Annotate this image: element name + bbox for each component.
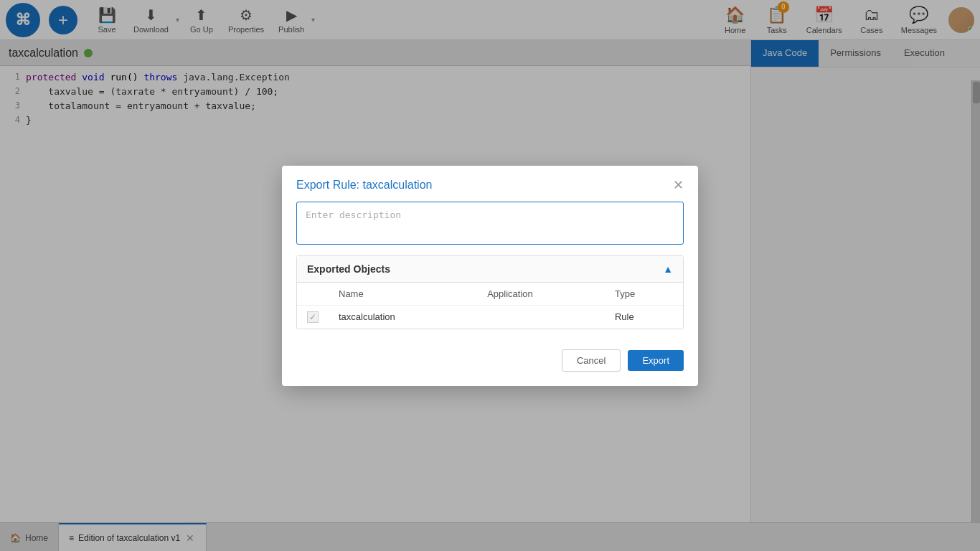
- export-modal: Export Rule: taxcalculation ✕ Exported O…: [282, 166, 698, 386]
- modal-footer: Cancel Export: [282, 341, 698, 386]
- row-checkbox[interactable]: ✓: [307, 311, 319, 323]
- cancel-button[interactable]: Cancel: [562, 349, 621, 372]
- col-application-header: Application: [477, 283, 605, 306]
- modal-body: Exported Objects ▲ Name Application Type: [282, 202, 698, 341]
- export-button[interactable]: Export: [628, 350, 684, 371]
- check-icon: ✓: [309, 312, 316, 322]
- modal-close-button[interactable]: ✕: [673, 177, 684, 193]
- row-type: Rule: [605, 305, 683, 329]
- row-checkbox-cell: ✓: [297, 305, 329, 329]
- col-checkbox: [297, 283, 329, 306]
- exported-objects-table: Name Application Type ✓ taxc: [297, 283, 683, 329]
- table-row: ✓ taxcalculation Rule: [297, 305, 683, 329]
- modal-header: Export Rule: taxcalculation ✕: [282, 166, 698, 202]
- modal-title: Export Rule: taxcalculation: [296, 179, 432, 192]
- col-type-header: Type: [605, 283, 683, 306]
- modal-overlay: Export Rule: taxcalculation ✕ Exported O…: [0, 0, 980, 551]
- chevron-up-icon: ▲: [663, 263, 673, 275]
- description-input[interactable]: [296, 202, 684, 245]
- exported-objects-section: Exported Objects ▲ Name Application Type: [296, 255, 684, 329]
- row-application: [477, 305, 605, 329]
- exported-objects-title: Exported Objects: [307, 263, 390, 275]
- row-name: taxcalculation: [329, 305, 477, 329]
- col-name-header: Name: [329, 283, 477, 306]
- exported-objects-header[interactable]: Exported Objects ▲: [297, 256, 683, 283]
